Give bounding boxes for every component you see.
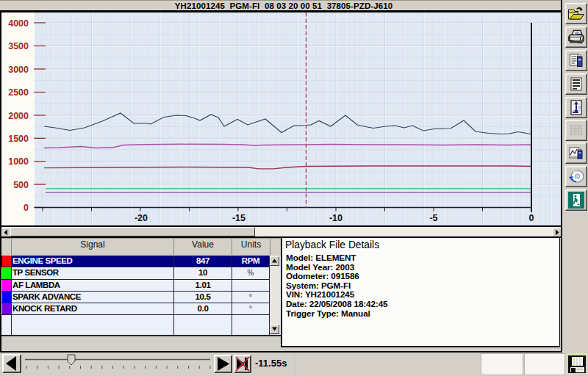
svg-text:4000: 4000 xyxy=(8,18,29,29)
svg-text:1500: 1500 xyxy=(8,134,29,144)
svg-text:-20: -20 xyxy=(135,213,148,223)
svg-text:1000: 1000 xyxy=(8,156,29,167)
svg-text:2000: 2000 xyxy=(8,111,29,121)
svg-text:3000: 3000 xyxy=(8,65,29,75)
svg-text:0: 0 xyxy=(24,203,29,213)
svg-text:-15: -15 xyxy=(232,213,245,223)
svg-text:0: 0 xyxy=(529,213,534,223)
svg-text:2500: 2500 xyxy=(8,87,29,98)
svg-text:3500: 3500 xyxy=(8,41,29,51)
svg-text:-5: -5 xyxy=(429,213,437,223)
svg-text:-10: -10 xyxy=(329,213,343,223)
svg-text:500: 500 xyxy=(13,180,29,190)
